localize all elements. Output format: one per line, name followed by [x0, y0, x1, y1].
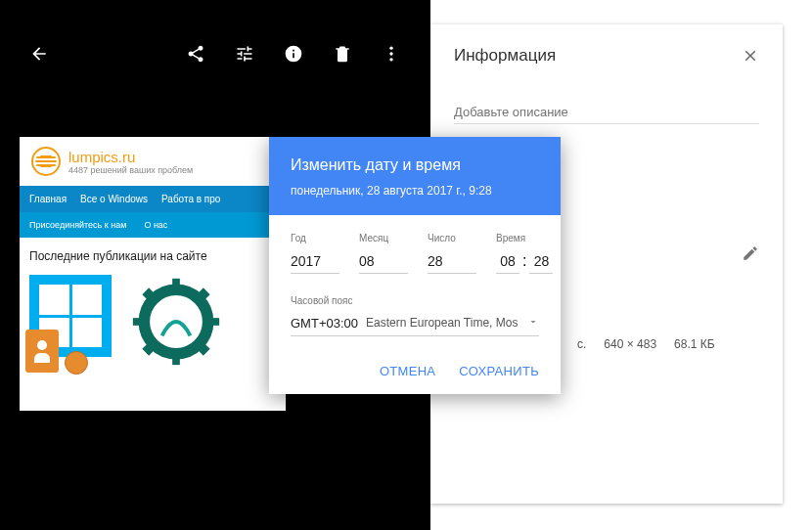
site-subtitle: 4487 решений ваших проблем — [68, 165, 193, 175]
dialog-subtitle: понедельник, 28 августа 2017 г., 9:28 — [291, 184, 539, 198]
svg-rect-6 — [133, 318, 146, 326]
delete-icon[interactable] — [333, 44, 352, 64]
edit-icon[interactable] — [742, 248, 759, 265]
nav-item: О нас — [144, 220, 167, 230]
save-button[interactable]: СОХРАНИТЬ — [459, 364, 539, 378]
close-icon[interactable] — [742, 47, 759, 65]
svg-point-1 — [389, 52, 392, 55]
svg-rect-7 — [206, 318, 219, 326]
svg-rect-4 — [172, 279, 180, 291]
nav-item: Главная — [29, 194, 67, 204]
label-year: Год — [291, 233, 339, 243]
dialog-title: Изменить дату и время — [291, 156, 539, 174]
info-panel-title: Информация — [454, 46, 556, 66]
label-day: Число — [428, 233, 476, 243]
photo-section-title: Последние публикации на сайте — [20, 238, 286, 271]
info-icon[interactable] — [284, 44, 303, 64]
description-input[interactable] — [454, 101, 759, 124]
nav-item: Работа в про — [161, 194, 220, 204]
hour-input[interactable] — [496, 251, 519, 274]
meta-dimensions: 640 × 483 — [604, 337, 656, 351]
photo-nav-secondary: Присоединяйтесь к нам О нас — [20, 212, 286, 238]
site-logo-icon — [31, 147, 61, 176]
datetime-dialog: Изменить дату и время понедельник, 28 ав… — [269, 137, 561, 394]
tune-icon[interactable] — [235, 44, 254, 64]
label-time: Время — [496, 233, 564, 243]
meta-filesize: 68.1 КБ — [674, 337, 715, 351]
photo-thumbnail: lumpics.ru 4487 решений ваших проблем Гл… — [20, 137, 286, 411]
user-badge-icon — [25, 330, 59, 373]
chevron-down-icon — [527, 314, 539, 331]
site-name: lumpics.ru — [68, 149, 193, 165]
meta-suffix: с. — [577, 337, 586, 351]
year-input[interactable] — [291, 251, 339, 274]
photo-nav-primary: Главная Все о Windows Работа в про — [20, 186, 286, 212]
timezone-name: Eastern European Time, Mos — [366, 316, 519, 330]
day-input[interactable] — [428, 251, 476, 274]
svg-point-0 — [389, 47, 392, 50]
month-input[interactable] — [359, 251, 408, 274]
viewer-toolbar — [0, 0, 430, 108]
image-metadata: с. 640 × 483 68.1 КБ — [577, 337, 715, 351]
label-month: Месяц — [359, 233, 408, 243]
ball-icon — [65, 351, 88, 375]
cancel-button[interactable]: ОТМЕНА — [380, 364, 435, 378]
share-icon[interactable] — [186, 44, 205, 64]
back-icon[interactable] — [29, 44, 49, 64]
nav-item: Присоединяйтесь к нам — [29, 220, 126, 230]
timezone-offset: GMT+03:00 — [291, 316, 358, 331]
gear-icon — [129, 275, 223, 369]
svg-point-2 — [389, 58, 392, 61]
timezone-select[interactable]: GMT+03:00 Eastern European Time, Mos — [291, 314, 539, 336]
label-timezone: Часовой пояс — [291, 295, 539, 306]
svg-rect-5 — [172, 352, 180, 365]
more-icon[interactable] — [382, 44, 401, 64]
minute-input[interactable] — [529, 251, 553, 274]
nav-item: Все о Windows — [80, 194, 148, 204]
